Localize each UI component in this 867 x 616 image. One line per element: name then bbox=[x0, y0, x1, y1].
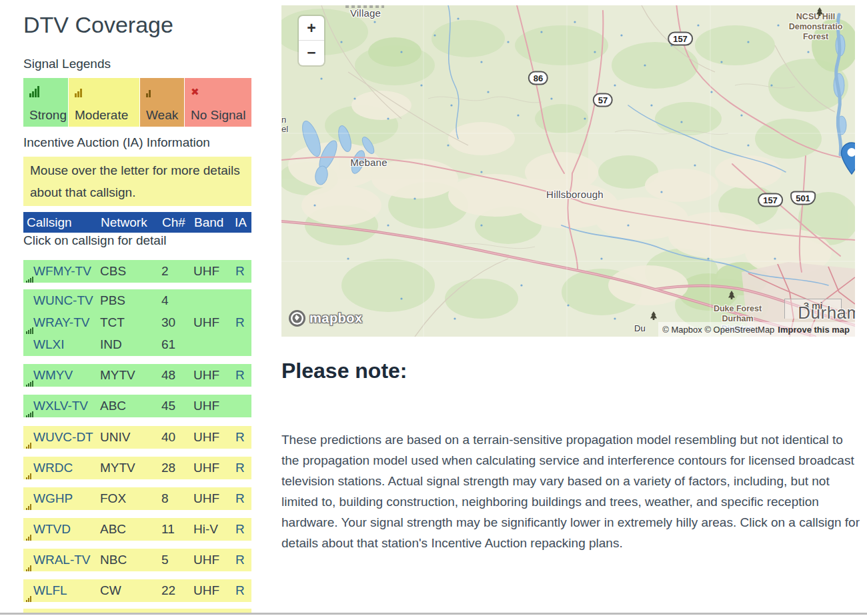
header-ia: IA bbox=[235, 212, 247, 233]
band-cell: UHF bbox=[193, 364, 219, 387]
callsign-link[interactable]: WXLV-TV bbox=[33, 395, 88, 417]
callsign-link[interactable]: WUVC-DT bbox=[33, 426, 93, 449]
ia-cell[interactable]: R bbox=[235, 549, 245, 571]
signal-moderate-icon bbox=[26, 526, 32, 541]
band-cell: UHF bbox=[193, 311, 219, 333]
map-terrain bbox=[281, 5, 855, 337]
network-cell: TCT bbox=[100, 311, 125, 333]
signal-legend: Strong Moderate Weak ✖ No Signal bbox=[23, 78, 251, 127]
ia-cell[interactable]: R bbox=[235, 487, 245, 510]
band-cell: Hi-V bbox=[193, 518, 218, 541]
map-label-left-clip: el bbox=[281, 124, 288, 134]
channel-cell: 61 bbox=[161, 333, 175, 355]
legend-weak-label: Weak bbox=[146, 108, 178, 123]
signal-moderate-icon bbox=[26, 465, 32, 479]
ia-cell[interactable]: R bbox=[235, 518, 245, 541]
signal-strong-icon bbox=[26, 403, 33, 417]
network-cell: CW bbox=[100, 579, 121, 602]
map-label-durham: Durham bbox=[783, 303, 855, 323]
legend-no-signal-label: No Signal bbox=[191, 108, 245, 123]
mapbox-logo[interactable]: mapbox bbox=[288, 309, 363, 327]
route-shield-157: 157 bbox=[758, 193, 783, 207]
improve-map-link[interactable]: Improve this map bbox=[778, 325, 850, 335]
signal-strong-icon bbox=[29, 86, 39, 97]
table-row: WFMY-TV CBS 2 UHF R bbox=[23, 260, 251, 283]
ia-heading: Incentive Auction (IA) Information bbox=[23, 135, 210, 150]
band-cell: UHF bbox=[193, 426, 219, 449]
callsign-link[interactable]: WFMY-TV bbox=[33, 260, 91, 283]
network-cell: MYTV bbox=[100, 457, 135, 479]
map-label-attr-clip: Du bbox=[634, 323, 646, 333]
note-heading: Please note: bbox=[281, 359, 407, 383]
band-cell: UHF bbox=[193, 549, 219, 571]
channel-cell: 8 bbox=[161, 487, 169, 510]
legend-moderate-label: Moderate bbox=[75, 108, 128, 123]
ia-cell[interactable]: R bbox=[235, 457, 245, 479]
legend-moderate: Moderate bbox=[69, 78, 140, 127]
header-channel: Ch# bbox=[162, 212, 185, 233]
zoom-out-button[interactable]: − bbox=[299, 41, 324, 65]
callsign-link[interactable]: WLFL bbox=[33, 579, 67, 602]
bottom-divider bbox=[0, 613, 867, 615]
channel-cell: 45 bbox=[161, 395, 175, 417]
network-cell: PBS bbox=[100, 289, 125, 311]
band-cell: UHF bbox=[193, 579, 219, 602]
tree-icon bbox=[728, 290, 735, 302]
channel-cell: 5 bbox=[161, 549, 169, 571]
callsign-link[interactable]: WUNC-TV bbox=[33, 289, 93, 311]
callsign-link[interactable]: WTVD bbox=[33, 518, 71, 541]
channel-cell: 2 bbox=[161, 260, 169, 283]
ia-cell[interactable]: R bbox=[235, 311, 245, 333]
network-cell: NBC bbox=[100, 549, 127, 571]
network-cell: IND bbox=[100, 333, 122, 355]
no-signal-x-icon: ✖ bbox=[191, 86, 199, 97]
callsign-link[interactable]: WRDC bbox=[33, 457, 73, 479]
callsign-link[interactable]: WRAL-TV bbox=[33, 549, 91, 571]
coverage-map[interactable]: Village Mebane Hillsborough n el Duke Fo… bbox=[281, 5, 855, 337]
channel-cell: 4 bbox=[161, 289, 169, 311]
callsign-link[interactable]: WMYV bbox=[33, 364, 73, 387]
signal-strong-icon bbox=[26, 372, 33, 387]
band-cell: UHF bbox=[193, 260, 219, 283]
network-cell: CBS bbox=[100, 260, 126, 283]
zoom-in-button[interactable]: + bbox=[299, 16, 324, 41]
callsign-link[interactable]: WLXI bbox=[33, 333, 64, 355]
signal-moderate-icon bbox=[26, 587, 32, 602]
legend-strong-label: Strong bbox=[29, 108, 67, 123]
map-label-hillsborough: Hillsborough bbox=[538, 189, 612, 200]
route-shield-157: 157 bbox=[668, 32, 693, 46]
ia-cell[interactable]: R bbox=[235, 426, 245, 449]
note-paragraph: These predictions are based on a terrain… bbox=[281, 429, 860, 553]
callsign-link[interactable]: WRAY-TV bbox=[33, 311, 89, 333]
table-row: WGHP FOX 8 UHF R bbox=[23, 487, 251, 510]
table-row-group: WUNC-TV PBS 4 WRAY-TV TCT 30 UHF R WLXI … bbox=[23, 289, 251, 356]
header-band: Band bbox=[194, 212, 223, 233]
map-attribution: © Mapbox © OpenStreetMap Improve this ma… bbox=[658, 322, 855, 337]
table-row: WMYV MYTV 48 UHF R bbox=[23, 364, 251, 387]
band-cell: UHF bbox=[193, 487, 219, 510]
channel-cell: 22 bbox=[161, 579, 175, 602]
network-cell: UNIV bbox=[100, 426, 130, 449]
attribution-links[interactable]: © Mapbox © OpenStreetMap bbox=[662, 325, 774, 335]
duke-forest-line1: Duke Forest bbox=[698, 304, 778, 314]
table-row: WRDC MYTV 28 UHF R bbox=[23, 457, 251, 479]
band-cell: UHF bbox=[193, 395, 219, 417]
table-hint: Click on callsign for detail bbox=[23, 233, 166, 248]
callsign-link[interactable]: WGHP bbox=[33, 487, 73, 510]
ia-cell[interactable]: R bbox=[235, 579, 245, 602]
network-cell: ABC bbox=[100, 518, 126, 541]
ia-cell[interactable]: R bbox=[235, 260, 245, 283]
tree-icon bbox=[650, 311, 657, 323]
signal-moderate-icon bbox=[26, 495, 32, 510]
mapbox-logo-icon bbox=[288, 309, 306, 327]
ia-cell[interactable]: R bbox=[235, 364, 245, 387]
tree-icon bbox=[816, 7, 823, 19]
channel-cell: 28 bbox=[161, 457, 175, 479]
channel-cell: 48 bbox=[161, 364, 175, 387]
route-shield-57: 57 bbox=[593, 93, 613, 107]
table-row: WXLV-TV ABC 45 UHF bbox=[23, 395, 251, 417]
table-row: WLFL CW 22 UHF R bbox=[23, 579, 251, 602]
network-cell: FOX bbox=[100, 487, 126, 510]
ncsu-line1: NCSU Hill bbox=[776, 12, 855, 22]
location-marker-pin[interactable] bbox=[840, 142, 855, 178]
